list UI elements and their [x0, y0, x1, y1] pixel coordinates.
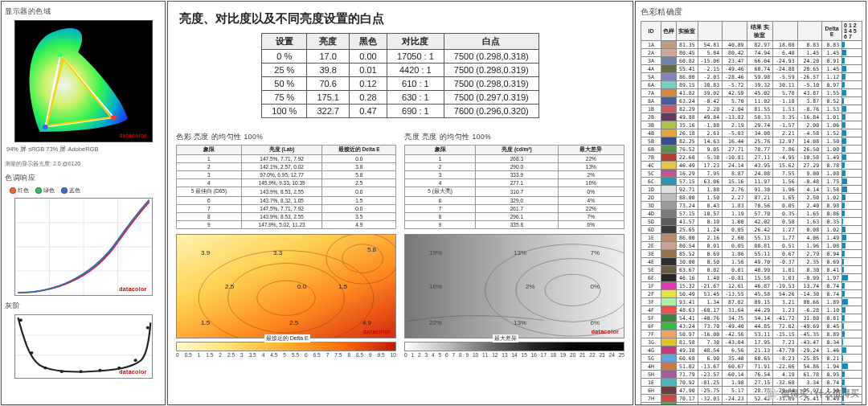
color-uniformity-section: 色彩 亮度 的均匀性 100% 象限亮度 (Lab)最接近的 Delta E11…: [176, 131, 396, 358]
accuracy-row: 2F50.49 53.45-13.5545.58 54.26-14.300.74: [641, 290, 862, 298]
luminance-uniformity-heatmap: 19% 13% 7% 16% 2% 0% 22% 13% 6% datacolo…: [404, 234, 624, 338]
accuracy-row: 2A80.45 5.8480.4274.94 6.401.451.45: [641, 49, 862, 57]
accuracy-row: 2E80.54 0.01 0.0580.81 0.51 1.961.08: [641, 242, 862, 250]
sharp-title: 灰阶: [5, 301, 162, 311]
svg-point-22: [145, 326, 149, 330]
curve-legend: 红色 绿色 蓝色: [10, 187, 162, 195]
color-uniformity-heatmap: 3.9 3.3 5.8 2.5 0.0 1.5 1.5 2.5 4.9 data…: [176, 234, 396, 338]
big-table-header: 亮度: [307, 34, 350, 50]
accuracy-row: 6B76.52 9.05 27.7170.77 7.86 26.501.00: [641, 146, 862, 154]
svg-point-21: [133, 359, 137, 362]
svg-point-3: [111, 115, 117, 120]
luminance-uniformity-table: 象限亮度 (cd/m²)最大差异1268.322%2290.013%3333.9…: [404, 145, 624, 229]
accuracy-row: 5B82.2514.63 16.4425.76 12.97 14.081.50: [641, 137, 862, 146]
accuracy-row: 4B26.18 2.61 -5.0334.08 2.21 -4.581.52: [641, 129, 862, 137]
left-panel: 显示器的色域: [1, 1, 166, 405]
grayscale-chart: datacolor: [14, 314, 153, 379]
measured-value: 2.0 @6120: [53, 161, 80, 166]
accuracy-row: 3D73.24 0.43 1.8370.56 0.05 2.400.98: [641, 202, 862, 210]
gamut-coverage-note: 94% 屏 sRGB 73% 屏 AdobeRGB: [6, 146, 160, 154]
luminance-uniformity-title: 亮度 亮度 的均匀性 100%: [404, 133, 624, 142]
svg-point-19: [98, 369, 101, 372]
accuracy-row: 6D25.65 1.24 0.0526.42 1.27 0.081.02: [641, 226, 862, 234]
accuracy-row: 3E85.52 0.69 1.8655.11 0.67 2.790.94: [641, 250, 862, 258]
accuracy-row: 1E70.92-81.25 1.9827.15-32.68 3.340.74: [641, 379, 862, 387]
big-table-header: 设置: [262, 34, 307, 50]
svg-point-4: [57, 52, 63, 57]
accuracy-row: 2B49.8849.84-13.8250.33 3.35-16.841.01: [641, 113, 862, 121]
accuracy-row: 3B35.16 -1.88 2.1929.74 -1.57 2.001.06: [641, 121, 862, 129]
accuracy-row: 4H51.02-13.67 60.6771.91-22.66 54.861.94: [641, 363, 862, 371]
brand-sharp: datacolor: [119, 369, 146, 375]
accuracy-row: 4D57.15 10.57 1.1957.70 0.35 1.650.86: [641, 210, 862, 218]
curve-title: 色调响应: [5, 173, 162, 183]
measured-label: 测量的显示器光度:: [5, 161, 51, 166]
accuracy-table: ID色样实验室结果 实验室Delta E0 1 2 3 4 5 6 7 1A81…: [641, 21, 862, 405]
accuracy-row: 6E46.16 1.40 -0.8115.58 1.03 -0.991.97: [641, 274, 862, 282]
big-table-header: 黑色: [349, 34, 387, 50]
accuracy-row: 4F48.63-60.17 31.6444.29 1.23 -6.281.10: [641, 306, 862, 314]
brand-heat-b: datacolor: [592, 329, 619, 334]
accuracy-row: 1E86.00 2.16 2.6055.13 1.77 4.061.49: [641, 234, 862, 242]
svg-point-17: [59, 370, 63, 373]
brand-heat-a: datacolor: [363, 329, 391, 334]
gamut-chart: datacolor: [14, 20, 153, 142]
svg-point-5: [43, 125, 48, 129]
brightness-contrast-table: 设置亮度黑色对比度白点 0 %17.00.0017050 : 17500 (0.…: [261, 33, 539, 118]
accuracy-row: 1A81.3554.8140.8982.9718.080.830.83: [641, 41, 862, 49]
accuracy-row: 5C16.29 7.95 8.8724.08 7.55 9.001.08: [641, 170, 862, 178]
accuracy-row: 1D92.71 1.88 2.7691.30 1.96 4.141.58: [641, 186, 862, 194]
luminance-uniformity-section: 亮度 亮度 的均匀性 100% 象限亮度 (cd/m²)最大差异1268.322…: [404, 131, 624, 358]
luminance-ramp: 最大差异: [404, 342, 624, 351]
brand-curve: datacolor: [119, 286, 146, 292]
watermark-icon: 值: [766, 388, 777, 400]
accuracy-row: 5D41.57 0.10 1.0042.02 0.58 1.630.35: [641, 218, 862, 226]
mid-title: 亮度、对比度以及不同亮度设置的白点: [179, 11, 624, 27]
brand-gamut: datacolor: [119, 133, 146, 138]
big-table-header: 白点: [444, 34, 538, 50]
accuracy-row: 6F43.24 73.70-49.4044.85 72.02-49.690.45: [641, 322, 862, 330]
accuracy-row: 7A41.82 39.02 42.5945.02 5.70 43.871.55: [641, 89, 862, 97]
watermark: 值 值得买 · 什么值得买: [766, 388, 859, 400]
svg-point-14: [18, 318, 22, 322]
accuracy-row: 4C46.4917.23 24.1443.95 15.62 27.290.78: [641, 162, 862, 170]
accuracy-row: 5H71.79-23.57 60.1476.54 4.19 61.780.95: [641, 371, 862, 379]
accuracy-row: 5A86.00 -2.03-28.4659.98 -5.59-26.571.12: [641, 73, 862, 81]
accuracy-row: 6A89.15 30.83 -5.7239.32 30.11 -5.100.97: [641, 81, 862, 89]
accuracy-row: 7B22.60 -5.38-10.8127.11 -4.95-10.581.49: [641, 154, 862, 162]
big-table-header: 对比度: [387, 34, 444, 50]
svg-point-16: [43, 367, 47, 370]
svg-point-15: [30, 351, 33, 355]
accuracy-row: 1F15.32-21.67 12.6146.87-19.5313.740.74: [641, 282, 862, 290]
tone-response-chart: datacolor: [14, 198, 153, 296]
accuracy-row: 2D88.00 1.50 2.2787.21 1.65 2.501.02: [641, 194, 862, 202]
accuracy-row: 6C57.1563.06 15.1611.97 1.56 -0.481.75: [641, 178, 862, 186]
delta-e-ramp: 最接近的 Delta E: [176, 342, 396, 351]
right-panel: 色彩精确度 ID色样实验室结果 实验室Delta E0 1 2 3 4 5 6 …: [635, 1, 866, 405]
gamut-title: 显示器的色域: [5, 6, 162, 17]
accuracy-row: 4E30.00 0.50 1.5649.70 -0.37 2.350.69: [641, 258, 862, 266]
svg-point-18: [79, 370, 82, 373]
accuracy-row: 8A63.24 -0.42 5.7011.02 -1.18 3.870.52: [641, 97, 862, 105]
accuracy-row: 4A55.41 -2.15-49.4660.74-24.8820.651.45: [641, 65, 862, 73]
accuracy-row: 3F93.41 1.34 87.0289.15 3.21 80.661.89: [641, 298, 862, 306]
accuracy-row: 5F54.41-40.76 34.7554.14-41.72 31.800.81: [641, 314, 862, 322]
accuracy-row: 4G49.38 48.54 6.5621.13-47.78-29.241.46: [641, 347, 862, 355]
color-uniformity-title: 色彩 亮度 的均匀性 100%: [176, 133, 396, 142]
accuracy-row: 3G81.58 7.30-43.0417.95 7.23-43.470.34: [641, 338, 862, 347]
color-uniformity-table: 象限亮度 (Lab)最接近的 Delta E1147.5%, 7.71, 7.9…: [176, 145, 396, 229]
accuracy-title: 色彩精确度: [641, 6, 862, 18]
middle-panel: 亮度、对比度以及不同亮度设置的白点 设置亮度黑色对比度白点 0 %17.00.0…: [167, 1, 633, 405]
accuracy-row: 1B82.29 2.20 -2.0481.55 1.53 -0.761.53: [641, 105, 862, 113]
accuracy-row: 8H45.00-23.00 4.7345.90-30.39 5.260.79: [641, 403, 862, 406]
accuracy-row: 5G60.68 6.90 35.4060.65 -8.23-25.850.21: [641, 355, 862, 363]
accuracy-row: 3A60.82-15.0623.4766.04-24.9324.200.91: [641, 57, 862, 65]
accuracy-row: 7F50.97-16.00-42.5653.11-15.15-45.350.89: [641, 330, 862, 338]
accuracy-row: 5E63.67 0.02 0.0140.99 1.01 0.300.41: [641, 266, 862, 274]
